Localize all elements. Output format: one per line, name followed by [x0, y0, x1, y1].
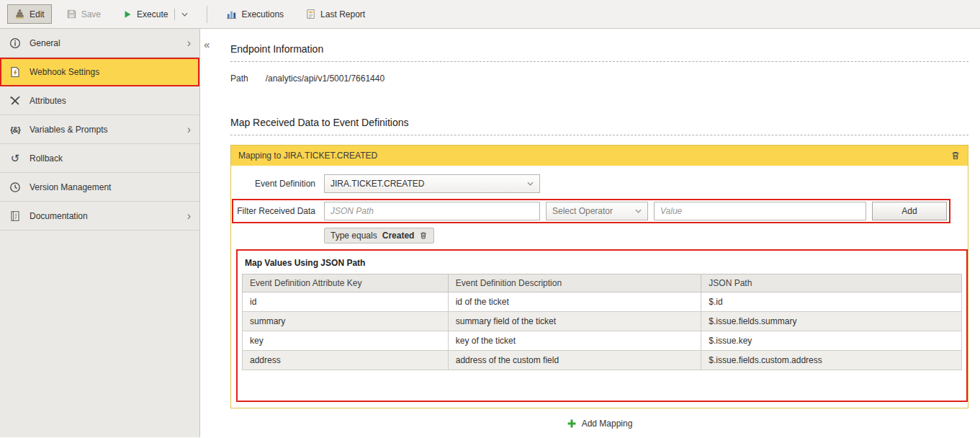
edit-stamp-icon [14, 9, 25, 19]
table-cell: summary field of the ticket [448, 312, 701, 331]
delete-mapping-trash-icon[interactable] [950, 151, 961, 161]
sidebar-item-label: Variables & Prompts [30, 125, 108, 135]
mapping-section-title: Map Received Data to Event Definitions [230, 117, 968, 128]
edit-button-label: Edit [30, 9, 45, 19]
table-row: summary summary field of the ticket $.is… [243, 312, 962, 331]
main-content: Endpoint Information Path /analytics/api… [200, 29, 980, 429]
sidebar-item-general[interactable]: General › [0, 29, 199, 58]
executions-button[interactable]: Executions [219, 4, 291, 24]
executions-chart-icon [226, 9, 237, 19]
path-value: /analytics/api/v1/5001/7661440 [266, 73, 385, 84]
add-filter-button[interactable]: Add [872, 202, 947, 220]
endpoint-section-title: Endpoint Information [230, 43, 968, 55]
mapping-panel-body: Event Definition JIRA.TICKET.CREATED Fil… [231, 166, 968, 408]
table-cell: $.issue.key [701, 331, 962, 351]
info-icon [9, 37, 22, 49]
filter-chip-text: Type equals [331, 231, 377, 241]
sidebar-item-label: Version Management [30, 182, 111, 192]
table-header-cell: JSON Path [701, 274, 962, 292]
sidebar-item-attributes[interactable]: Attributes [0, 86, 199, 115]
operator-placeholder: Select Operator [552, 206, 613, 216]
sidebar-item-documentation[interactable]: Documentation › [0, 202, 199, 231]
value-input[interactable] [654, 202, 866, 220]
add-mapping-button[interactable]: Add Mapping [230, 419, 968, 429]
save-button[interactable]: Save [59, 4, 108, 24]
last-report-button[interactable]: Last Report [298, 4, 372, 24]
event-definition-select[interactable]: JIRA.TICKET.CREATED [324, 174, 540, 193]
execute-dropdown-icon[interactable] [181, 12, 188, 17]
table-cell: summary [243, 312, 449, 331]
event-definition-selected-value: JIRA.TICKET.CREATED [331, 179, 424, 189]
endpoint-path-row: Path /analytics/api/v1/5001/7661440 [230, 73, 968, 84]
operator-select[interactable]: Select Operator [546, 202, 648, 220]
table-row: key key of the ticket $.issue.key [243, 331, 962, 351]
section-divider [230, 61, 968, 62]
table-cell: key of the ticket [448, 331, 701, 351]
mapping-panel-title: Mapping to JIRA.TICKET.CREATED [238, 151, 377, 161]
execute-button[interactable]: Execute [115, 4, 195, 24]
table-cell: key [243, 331, 449, 351]
report-icon [305, 9, 316, 19]
sidebar-collapse-button[interactable]: « [204, 39, 210, 50]
sidebar-item-rollback[interactable]: ↺ Rollback [0, 144, 199, 173]
table-header-cell: Event Definition Description [448, 274, 701, 292]
table-cell: address [243, 351, 449, 370]
section-divider [230, 135, 968, 135]
chevron-right-icon: › [187, 37, 191, 49]
sidebar-item-label: Webhook Settings [30, 67, 99, 77]
chevron-right-icon: › [187, 210, 191, 222]
sidebar-item-label: General [30, 38, 60, 48]
path-label: Path [230, 73, 248, 84]
sidebar-item-label: Rollback [30, 153, 63, 164]
rollback-icon: ↺ [9, 153, 22, 164]
executions-button-label: Executions [241, 9, 284, 19]
clock-icon [9, 182, 22, 193]
table-cell: $.issue.fields.custom.address [701, 351, 962, 370]
sidebar-item-webhook-settings[interactable]: Webhook Settings [0, 58, 199, 86]
chevron-right-icon: › [187, 124, 191, 135]
table-cell: $.id [701, 292, 962, 312]
sidebar-item-variables-prompts[interactable]: {&} Variables & Prompts › [0, 115, 199, 144]
app-window: Edit Save Execute Executions [0, 0, 980, 438]
filter-chip-value: Created [382, 231, 415, 241]
last-report-button-label: Last Report [320, 9, 365, 19]
sidebar-item-label: Documentation [30, 211, 88, 221]
delete-filter-trash-icon[interactable] [419, 231, 428, 240]
execute-split-divider [174, 9, 175, 20]
execute-button-label: Execute [137, 9, 168, 19]
document-icon [9, 210, 22, 222]
json-path-input[interactable] [324, 202, 540, 220]
play-icon [122, 9, 132, 19]
plus-icon [567, 419, 577, 429]
event-definition-label: Event Definition [235, 179, 315, 189]
map-values-table: Event Definition Attribute Key Event Def… [242, 274, 962, 370]
annotation-box-filter-row: Filter Received Data Select Operator Add [232, 199, 950, 223]
sidebar-item-version-management[interactable]: Version Management [0, 173, 199, 202]
map-values-title: Map Values Using JSON Path [245, 258, 962, 268]
table-cell: id of the ticket [448, 292, 701, 312]
tools-icon [9, 95, 22, 107]
toolbar-divider [207, 6, 207, 23]
table-cell: address of the custom field [448, 351, 701, 370]
variables-icon: {&} [9, 125, 22, 134]
annotation-box-map-values: Map Values Using JSON Path Event Definit… [236, 249, 968, 402]
table-header-cell: Event Definition Attribute Key [243, 274, 449, 292]
filter-chip: Type equals Created [324, 228, 434, 243]
table-cell: id [243, 292, 449, 312]
webhook-icon [9, 66, 22, 78]
sidebar-item-label: Attributes [30, 96, 66, 106]
window-body: General › Webhook Settings Attributes {&… [0, 29, 980, 437]
chevron-down-icon [527, 182, 534, 186]
main-panel: « Endpoint Information Path /analytics/a… [200, 29, 980, 437]
event-definition-row: Event Definition JIRA.TICKET.CREATED [231, 174, 968, 193]
chevron-down-icon [635, 209, 642, 213]
table-row: address address of the custom field $.is… [243, 351, 962, 370]
filter-chip-row: Type equals Created [231, 228, 968, 243]
table-header-row: Event Definition Attribute Key Event Def… [243, 274, 962, 292]
mapping-panel-header: Mapping to JIRA.TICKET.CREATED [231, 146, 968, 166]
sidebar: General › Webhook Settings Attributes {&… [0, 29, 200, 437]
table-cell: $.issue.fields.summary [701, 312, 962, 331]
mapping-panel: Mapping to JIRA.TICKET.CREATED Event Def… [230, 145, 968, 408]
save-button-label: Save [81, 9, 101, 19]
edit-button[interactable]: Edit [7, 4, 52, 24]
